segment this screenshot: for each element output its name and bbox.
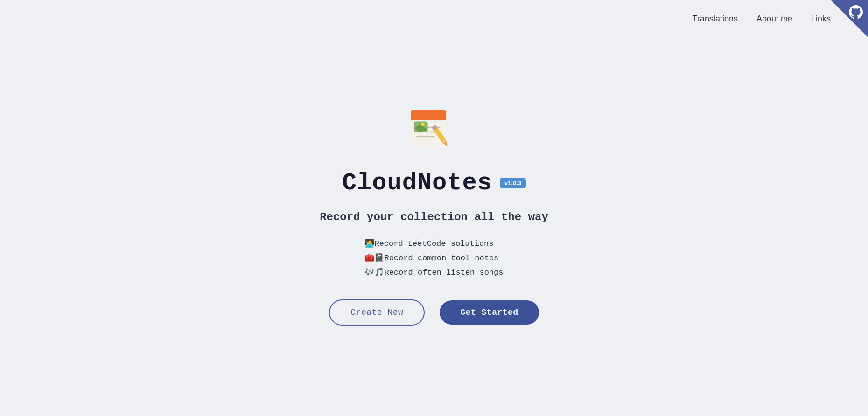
get-started-button[interactable]: Get Started <box>440 300 539 325</box>
header: Translations About me Links <box>0 0 868 37</box>
svg-point-9 <box>421 123 425 126</box>
feature-item: 🎶🎵Record often listen songs <box>364 267 503 277</box>
main-content: CloudNotes v1.0.3 Record your collection… <box>0 37 868 416</box>
features-list: 🧑‍💻Record LeetCode solutions 🧰📓Record co… <box>364 238 503 277</box>
nav-links[interactable]: Links <box>811 14 831 24</box>
nav-translations[interactable]: Translations <box>693 14 738 24</box>
app-title: CloudNotes <box>342 169 492 197</box>
title-row: CloudNotes v1.0.3 <box>342 169 526 197</box>
subtitle: Record your collection all the way <box>320 211 548 223</box>
create-new-button[interactable]: Create New <box>329 299 425 326</box>
feature-item: 🧑‍💻Record LeetCode solutions <box>364 238 503 248</box>
feature-item: 🧰📓Record common tool notes <box>364 253 503 263</box>
github-icon <box>847 4 864 21</box>
app-icon <box>406 100 462 156</box>
nav-about[interactable]: About me <box>756 14 792 24</box>
version-badge: v1.0.3 <box>500 178 526 188</box>
button-row: Create New Get Started <box>329 299 539 326</box>
nav: Translations About me Links <box>693 14 831 24</box>
svg-rect-2 <box>411 116 446 120</box>
